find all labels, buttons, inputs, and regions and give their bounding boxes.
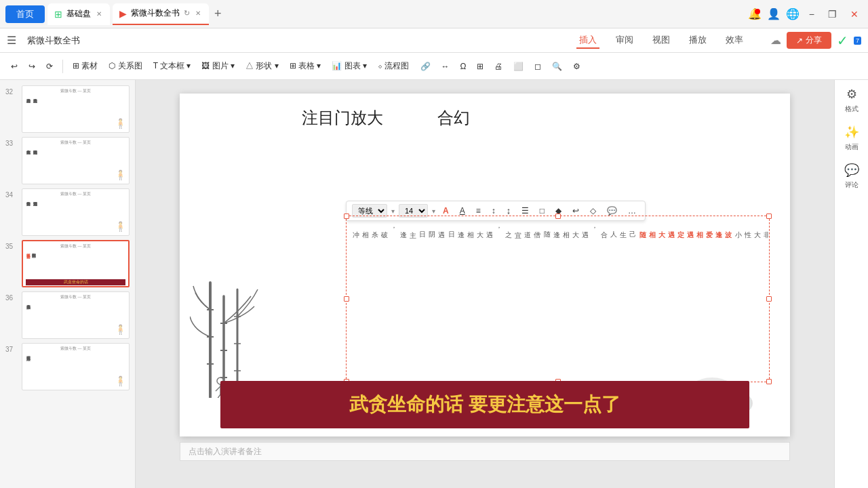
svg-line-14 [216, 386, 220, 391]
cloud-save-icon[interactable]: ☁ [770, 34, 781, 47]
menu-bar: ☰ 紫微斗数全书 插入 审阅 视图 播放 效率 ☁ ↗ 分享 ✓ 7 [0, 28, 868, 53]
font-family-arrow[interactable]: ▾ [391, 207, 395, 215]
slide-preview-34[interactable]: 紫微斗数 — 某页 男有妇性好女非常 刑也道酒淫花遇凶 🧍 [22, 188, 130, 236]
menu-tab-play[interactable]: 播放 [686, 33, 709, 49]
handle-tr[interactable] [766, 214, 772, 219]
settings-btn[interactable]: ⚙ [569, 60, 585, 73]
slide-preview-32[interactable]: 紫微斗数 — 某页 遇人合局破杀相冲 己生人合遇大相逢 🧍 [22, 85, 130, 133]
notes-area[interactable]: 点击输入演讲者备注 [180, 442, 790, 461]
slide-thumb-37[interactable]: 37 紫微斗数 — 某页 必流犯每男男返四 🧍 [5, 343, 130, 390]
search-btn[interactable]: 🔍 [548, 60, 566, 73]
font-size-arrow[interactable]: ▾ [432, 207, 435, 215]
slide-thumb-35[interactable]: 35 紫微斗数 — 某页 喜旺之乡厚善返 男有妇奴随配合 武贪坐命的话 [5, 240, 130, 287]
slide-title: 注目门放大 合幻 [302, 107, 470, 129]
tab-ppt-label: 紫微斗数全书 [131, 7, 180, 19]
slide-preview-33[interactable]: 紫微斗数 — 某页 则在属木体魄非大 性情温柔遇凶花则 🧍 [22, 137, 130, 184]
handle-tm[interactable] [555, 214, 561, 219]
main-layout: 32 紫微斗数 — 某页 遇人合局破杀相冲 己生人合遇大相逢 🧍 33 紫微斗数… [0, 80, 868, 488]
menu-tab-review[interactable]: 审阅 [613, 33, 636, 49]
slide-thumb-33[interactable]: 33 紫微斗数 — 某页 则在属木体魄非大 性情温柔遇凶花则 🧍 [5, 137, 130, 184]
handle-br[interactable] [766, 379, 772, 384]
close-button[interactable]: ✕ [846, 9, 863, 20]
slide-num-33: 33 [5, 137, 18, 147]
menu-tab-effect[interactable]: 效率 [723, 33, 746, 49]
tab-home[interactable]: 首页 [5, 5, 45, 23]
toolbar-divider-1 [62, 60, 63, 73]
slide-preview-37[interactable]: 紫微斗数 — 某页 必流犯每男男返四 🧍 [22, 343, 130, 390]
slide-thumb-32[interactable]: 32 紫微斗数 — 某页 遇人合局破杀相冲 己生人合遇大相逢 🧍 [5, 85, 130, 133]
handle-ml[interactable] [344, 296, 349, 302]
text-col-2: 僧道宜之，遇大相逢日 [446, 226, 541, 377]
maximize-button[interactable]: ❐ [824, 9, 841, 20]
undo-button[interactable]: ↩ [7, 60, 22, 73]
screen-btn[interactable]: ⬜ [509, 60, 528, 73]
slide-thumb-36[interactable]: 36 紫微斗数 — 某页 公廉者也遇火鸟则 🧍 [5, 291, 130, 339]
tab-sheet-close[interactable]: ✕ [95, 9, 103, 19]
more-button[interactable]: ⟳ [42, 60, 57, 73]
menu-tab-view[interactable]: 视图 [650, 33, 673, 49]
wps-check-icon: ✓ [837, 33, 848, 49]
slide-num-35: 35 [5, 240, 18, 250]
slide-preview-content-35: 紫微斗数 — 某页 喜旺之乡厚善返 男有妇奴随配合 武贪坐命的话 [23, 241, 128, 286]
shape-button[interactable]: △ 形状 ▾ [241, 58, 283, 74]
style-icon: ⚙ [846, 87, 857, 102]
animation-icon: ✨ [844, 125, 859, 140]
title-bar: 首页 ⊞ 基础盘 ✕ ▶ 紫微斗数全书 ↻ ✕ + 🔔 👤 🌐 − ❐ ✕ [0, 0, 868, 28]
user-avatar[interactable]: 👤 [767, 7, 781, 20]
tab-ppt[interactable]: ▶ 紫微斗数全书 ↻ ✕ [113, 3, 209, 25]
sheet-icon: ⊞ [54, 9, 62, 20]
format-panel: ⚙ 格式 ✨ 动画 💬 评论 [834, 80, 868, 488]
add-tab-button[interactable]: + [214, 7, 222, 21]
tab-ppt-close[interactable]: ✕ [194, 8, 202, 18]
handle-tl[interactable] [344, 214, 349, 219]
share-icon: ↗ [796, 36, 803, 45]
flip-button[interactable]: ↔ [437, 60, 454, 73]
format-style-btn[interactable]: ⚙ 格式 [845, 87, 859, 114]
grid-button[interactable]: ⊞ [473, 60, 488, 73]
hamburger-menu[interactable]: ☰ [7, 34, 16, 47]
menu-tab-insert[interactable]: 插入 [576, 33, 599, 49]
menu-tabs: 插入 审阅 视图 播放 效率 [576, 33, 746, 49]
title-bar-right: 🔔 👤 🌐 − ❐ ✕ [748, 7, 863, 20]
format-comment-btn[interactable]: 💬 评论 [844, 163, 859, 190]
notification-area: 🔔 [748, 7, 762, 20]
share-label: 分享 [806, 35, 822, 46]
tab-sheet[interactable]: ⊞ 基础盘 ✕ [47, 3, 110, 25]
ppt-icon: ▶ [119, 8, 127, 19]
redo-button[interactable]: ↪ [24, 60, 39, 73]
crop-btn[interactable]: ◻ [530, 60, 545, 73]
slide-num-34: 34 [5, 188, 18, 199]
globe-icon[interactable]: 🌐 [786, 7, 800, 20]
notification-dot [755, 9, 760, 14]
slide-title-text: 注目门放大 [302, 107, 383, 129]
text-col-5: 则在属木，体魄非大性小 [733, 226, 768, 377]
slide-preview-35[interactable]: 紫微斗数 — 某页 喜旺之乡厚善返 男有妇奴随配合 武贪坐命的话 [22, 240, 130, 287]
minimize-button[interactable]: − [805, 9, 818, 20]
special-char-button[interactable]: Ω [456, 60, 471, 73]
table-button[interactable]: ⊞ 表格 ▾ [285, 58, 326, 74]
slide-thumb-34[interactable]: 34 紫微斗数 — 某页 男有妇性好女非常 刑也道酒淫花遇凶 🧍 [5, 188, 130, 236]
tab-ppt-refresh[interactable]: ↻ [184, 9, 190, 18]
textbox-button[interactable]: T 文本框 ▾ [149, 58, 195, 74]
format-animation-btn[interactable]: ✨ 动画 [844, 125, 859, 152]
canvas-area[interactable]: 注目门放大 合幻 等线 ▾ 14 ▾ A A ≡ ↕ ↨ ☰ □ ◆ [136, 80, 834, 488]
image-button[interactable]: 🖼 图片 ▾ [197, 58, 239, 74]
slide-preview-36[interactable]: 紫微斗数 — 某页 公廉者也遇火鸟则 🧍 [22, 291, 130, 339]
slide-preview-content-34: 紫微斗数 — 某页 男有妇性好女非常 刑也道酒淫花遇凶 🧍 [22, 189, 129, 235]
relation-button[interactable]: ⬡ 关系图 [104, 58, 146, 74]
notes-placeholder: 点击输入演讲者备注 [189, 446, 262, 458]
chinese-text-area: 遇阴日主逢，破杀相冲 僧道宜之，遇大相逢日 己生人合，遇大相逢随 波逢爱相遇定遇… [351, 226, 768, 377]
format-animation-label: 动画 [845, 142, 859, 152]
slide-preview-content-32: 紫微斗数 — 某页 遇人合局破杀相冲 己生人合遇大相逢 🧍 [22, 86, 129, 132]
chart-button[interactable]: 📊 图表 ▾ [328, 58, 371, 74]
format-comment-label: 评论 [845, 180, 859, 190]
material-button[interactable]: ⊞ 素材 [68, 58, 102, 74]
slide-subtitle-text: 合幻 [437, 107, 470, 129]
wps-badge: 7 [854, 37, 861, 45]
tab-sheet-label: 基础盘 [66, 8, 91, 20]
link-button[interactable]: 🔗 [416, 60, 435, 73]
flowchart-button[interactable]: ⬦ 流程图 [374, 58, 413, 74]
print-button[interactable]: 🖨 [490, 60, 507, 73]
app-title: 紫微斗数全书 [27, 35, 80, 47]
share-button[interactable]: ↗ 分享 [787, 32, 831, 49]
